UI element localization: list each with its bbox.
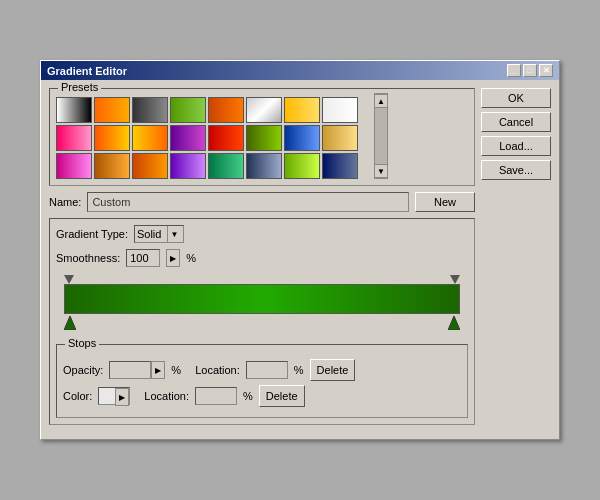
maximize-button[interactable]: □ bbox=[523, 64, 537, 77]
opacity-label: Opacity: bbox=[63, 364, 103, 376]
preset-swatch-6[interactable] bbox=[284, 97, 320, 123]
smoothness-suffix: % bbox=[186, 252, 196, 264]
preset-swatch-2[interactable] bbox=[132, 97, 168, 123]
window-body: Presets ▲ ▼ Name: New bbox=[41, 80, 559, 439]
stops-section: Stops Opacity: ▶ % Location: % Delete bbox=[56, 344, 468, 418]
scroll-up-arrow[interactable]: ▲ bbox=[374, 94, 388, 108]
presets-container: ▲ ▼ bbox=[56, 93, 468, 179]
presets-group: Presets ▲ ▼ bbox=[49, 88, 475, 186]
gradient-type-value: Solid bbox=[137, 228, 165, 240]
color-swatch[interactable]: ▶ bbox=[98, 387, 130, 405]
preset-swatch-15[interactable] bbox=[322, 125, 358, 151]
opacity-row: Opacity: ▶ % Location: % Delete bbox=[63, 359, 461, 381]
bottom-handles bbox=[56, 316, 468, 330]
preset-swatch-10[interactable] bbox=[132, 125, 168, 151]
load-button[interactable]: Load... bbox=[481, 136, 551, 156]
main-content: Presets ▲ ▼ Name: New bbox=[49, 88, 475, 431]
gradient-type-row: Gradient Type: Solid ▼ bbox=[56, 225, 468, 243]
handle-bottom-right[interactable] bbox=[448, 316, 460, 330]
new-button[interactable]: New bbox=[415, 192, 475, 212]
handle-top-left[interactable] bbox=[64, 275, 74, 284]
color-location-suffix: % bbox=[243, 390, 253, 402]
name-row: Name: New bbox=[49, 192, 475, 212]
preset-swatch-18[interactable] bbox=[132, 153, 168, 179]
handle-bottom-left[interactable] bbox=[64, 316, 76, 330]
gradient-type-label: Gradient Type: bbox=[56, 228, 128, 240]
preset-swatch-11[interactable] bbox=[170, 125, 206, 151]
title-bar: Gradient Editor _ □ ✕ bbox=[41, 61, 559, 80]
opacity-spin[interactable]: ▶ bbox=[151, 361, 165, 379]
smoothness-row: Smoothness: ▶ % bbox=[56, 249, 468, 267]
ok-button[interactable]: OK bbox=[481, 88, 551, 108]
side-buttons: OK Cancel Load... Save... bbox=[481, 88, 551, 431]
title-bar-buttons: _ □ ✕ bbox=[507, 64, 553, 77]
presets-label: Presets bbox=[58, 81, 101, 93]
svg-marker-0 bbox=[64, 316, 76, 330]
gradient-bar[interactable] bbox=[64, 284, 460, 314]
gradient-type-arrow[interactable]: ▼ bbox=[167, 226, 181, 242]
handle-top-right[interactable] bbox=[450, 275, 460, 284]
opacity-delete-button[interactable]: Delete bbox=[310, 359, 356, 381]
name-label: Name: bbox=[49, 196, 81, 208]
preset-swatch-22[interactable] bbox=[284, 153, 320, 179]
gradient-editor-window: Gradient Editor _ □ ✕ Presets ▲ ▼ bbox=[40, 60, 560, 440]
gradient-bar-wrapper bbox=[56, 275, 468, 330]
preset-swatch-0[interactable] bbox=[56, 97, 92, 123]
preset-swatch-13[interactable] bbox=[246, 125, 282, 151]
name-input[interactable] bbox=[87, 192, 409, 212]
save-button[interactable]: Save... bbox=[481, 160, 551, 180]
opacity-location-label: Location: bbox=[195, 364, 240, 376]
preset-swatch-12[interactable] bbox=[208, 125, 244, 151]
color-delete-button[interactable]: Delete bbox=[259, 385, 305, 407]
preset-swatch-5[interactable] bbox=[246, 97, 282, 123]
preset-swatch-20[interactable] bbox=[208, 153, 244, 179]
opacity-location-suffix: % bbox=[294, 364, 304, 376]
window-title: Gradient Editor bbox=[47, 65, 127, 77]
scroll-track bbox=[375, 108, 387, 164]
color-location-label: Location: bbox=[144, 390, 189, 402]
top-handles bbox=[56, 275, 468, 284]
smoothness-input[interactable] bbox=[126, 249, 160, 267]
opacity-location-input[interactable] bbox=[246, 361, 288, 379]
preset-swatch-3[interactable] bbox=[170, 97, 206, 123]
color-row: Color: ▶ Location: % Delete bbox=[63, 385, 461, 407]
preset-swatch-14[interactable] bbox=[284, 125, 320, 151]
opacity-input[interactable] bbox=[109, 361, 151, 379]
color-location-input[interactable] bbox=[195, 387, 237, 405]
scroll-down-arrow[interactable]: ▼ bbox=[374, 164, 388, 178]
gradient-settings-section: Gradient Type: Solid ▼ Smoothness: ▶ % bbox=[49, 218, 475, 425]
preset-swatch-1[interactable] bbox=[94, 97, 130, 123]
presets-grid bbox=[56, 97, 358, 179]
minimize-button[interactable]: _ bbox=[507, 64, 521, 77]
preset-swatch-19[interactable] bbox=[170, 153, 206, 179]
preset-swatch-17[interactable] bbox=[94, 153, 130, 179]
smoothness-label: Smoothness: bbox=[56, 252, 120, 264]
color-spin[interactable]: ▶ bbox=[115, 388, 129, 406]
close-button[interactable]: ✕ bbox=[539, 64, 553, 77]
preset-swatch-21[interactable] bbox=[246, 153, 282, 179]
color-swatch-inner bbox=[99, 388, 115, 404]
preset-swatch-23[interactable] bbox=[322, 153, 358, 179]
preset-swatch-4[interactable] bbox=[208, 97, 244, 123]
stops-label: Stops bbox=[65, 337, 99, 349]
opacity-suffix: % bbox=[171, 364, 181, 376]
gradient-type-select[interactable]: Solid ▼ bbox=[134, 225, 184, 243]
preset-swatch-9[interactable] bbox=[94, 125, 130, 151]
cancel-button[interactable]: Cancel bbox=[481, 112, 551, 132]
preset-swatch-8[interactable] bbox=[56, 125, 92, 151]
svg-marker-1 bbox=[448, 316, 460, 330]
color-label: Color: bbox=[63, 390, 92, 402]
presets-scrollbar: ▲ ▼ bbox=[374, 93, 388, 179]
opacity-input-group: ▶ bbox=[109, 361, 165, 379]
preset-swatch-16[interactable] bbox=[56, 153, 92, 179]
smoothness-spin[interactable]: ▶ bbox=[166, 249, 180, 267]
preset-swatch-7[interactable] bbox=[322, 97, 358, 123]
